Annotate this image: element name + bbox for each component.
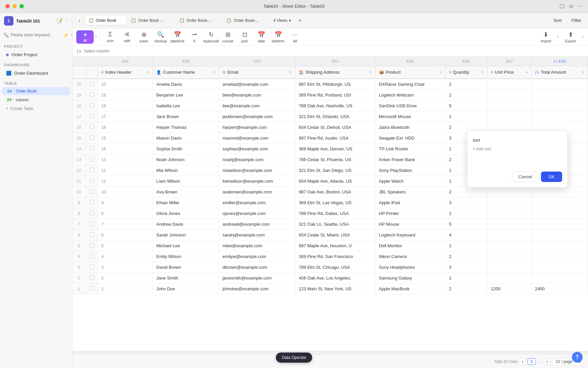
tab-order-book-2[interactable]: 📋 Order Book -... ⋯ bbox=[127, 16, 174, 25]
index-cell[interactable]: 11 bbox=[98, 176, 153, 187]
product-cell[interactable]: HP Mouse bbox=[375, 219, 446, 230]
row-checkbox-cell[interactable] bbox=[86, 187, 98, 197]
product-cell[interactable]: SanDisk USB Drive bbox=[375, 101, 446, 111]
email-cell[interactable]: masond@example.com bbox=[219, 133, 295, 144]
address-cell[interactable]: 789 Elm St, Chicago, USA bbox=[295, 262, 375, 273]
row-checkbox-cell[interactable] bbox=[86, 197, 98, 208]
row-checkbox-cell[interactable] bbox=[86, 262, 98, 273]
customer-cell[interactable]: Emily Wilson bbox=[153, 251, 219, 262]
address-cell[interactable]: 789 Oak Ave, Nashville, US bbox=[295, 101, 375, 111]
row-checkbox-cell[interactable] bbox=[86, 284, 98, 294]
import-dropdown-icon[interactable]: ▾ bbox=[557, 35, 559, 39]
customer-cell[interactable]: Amelia Davis bbox=[153, 79, 219, 90]
row-checkbox-cell[interactable] bbox=[86, 79, 98, 90]
index-cell[interactable]: 4 bbox=[98, 251, 153, 262]
product-cell[interactable]: Sony PlayStation bbox=[375, 165, 446, 176]
sidebar-search-bar[interactable]: 🔍 ⚡ + bbox=[0, 29, 72, 41]
product-cell[interactable]: Apple iPad bbox=[375, 197, 446, 208]
email-cell[interactable]: emiller@example.com bbox=[219, 197, 295, 208]
customer-cell[interactable]: Olivia Jones bbox=[153, 208, 219, 219]
total-cell[interactable] bbox=[531, 208, 588, 219]
formula-input[interactable] bbox=[84, 49, 584, 53]
checkbox-icon[interactable] bbox=[89, 211, 94, 215]
sheet-table-container[interactable]: ES1 ES2 ES3 ES4 ES5 ES6 ES7 ƒxES8 bbox=[72, 57, 588, 351]
checkbox-icon[interactable] bbox=[89, 135, 94, 140]
index-cell[interactable]: 2 bbox=[98, 273, 153, 284]
product-cell[interactable]: Apple MacBook bbox=[375, 284, 446, 294]
quantity-cell[interactable]: 1 bbox=[446, 111, 488, 122]
address-cell[interactable]: 321 Elm St, Orlando, USA bbox=[295, 111, 375, 122]
customer-cell[interactable]: Jane Smith bbox=[153, 273, 219, 284]
minimize-btn[interactable] bbox=[12, 4, 17, 8]
date-button[interactable]: 📅 date bbox=[253, 30, 269, 44]
replaceall-button[interactable]: ↻ replaceall bbox=[203, 30, 219, 44]
quantity-sort-icon[interactable]: ⇅ bbox=[481, 70, 484, 74]
index-cell[interactable]: 19 bbox=[98, 90, 153, 101]
email-cell[interactable]: andrewd@example.com bbox=[219, 219, 295, 230]
email-cell[interactable]: ilee@example.com bbox=[219, 101, 295, 111]
customer-cell[interactable]: Liam Wilson bbox=[153, 176, 219, 187]
index-cell[interactable]: 5 bbox=[98, 241, 153, 251]
col-index[interactable]: # Index Header ⇅ bbox=[98, 66, 153, 79]
index-cell[interactable]: 9 bbox=[98, 197, 153, 208]
total-cell[interactable] bbox=[531, 101, 588, 111]
checkbox-icon[interactable] bbox=[89, 168, 94, 172]
email-cell[interactable]: ojones@example.com bbox=[219, 208, 295, 219]
page-next-button[interactable]: › bbox=[544, 358, 550, 365]
unitprice-cell[interactable] bbox=[487, 273, 531, 284]
index-cell[interactable]: 18 bbox=[98, 101, 153, 111]
email-cell[interactable]: emilyw@example.com bbox=[219, 251, 295, 262]
address-cell[interactable]: 987 Elm St, Pittsburgh, US bbox=[295, 79, 375, 90]
email-cell[interactable]: mlee@example.com bbox=[219, 241, 295, 251]
if-button[interactable]: ⇀ if bbox=[186, 30, 202, 44]
index-cell[interactable]: 15 bbox=[98, 133, 153, 144]
total-cell[interactable] bbox=[531, 111, 588, 122]
total-cell[interactable] bbox=[531, 219, 588, 230]
checkbox-icon[interactable] bbox=[89, 254, 94, 258]
customer-cell[interactable]: Ava Brown bbox=[153, 187, 219, 197]
total-cell[interactable] bbox=[531, 273, 588, 284]
create-table-button[interactable]: + Create Table bbox=[2, 105, 70, 113]
quantity-cell[interactable]: 2 bbox=[446, 251, 488, 262]
unitprice-cell[interactable] bbox=[487, 262, 531, 273]
checkbox-icon[interactable] bbox=[89, 264, 94, 269]
row-checkbox-cell[interactable] bbox=[86, 90, 98, 101]
index-cell[interactable]: 14 bbox=[98, 144, 153, 154]
checkbox-icon[interactable] bbox=[89, 124, 94, 129]
quantity-cell[interactable]: 2 bbox=[446, 187, 488, 197]
product-cell[interactable]: Nikon Camera bbox=[375, 251, 446, 262]
col-customer[interactable]: 👤 Customer Name ⇅ bbox=[153, 66, 219, 79]
email-sort-icon[interactable]: ⇅ bbox=[289, 70, 292, 74]
product-cell[interactable]: Dell Monitor bbox=[375, 241, 446, 251]
sidebar-item-order-book[interactable]: ES Order Book bbox=[2, 87, 70, 95]
tab-menu-icon-3[interactable]: ⋯ bbox=[262, 18, 265, 23]
help-button[interactable]: ? bbox=[572, 352, 583, 363]
all-button[interactable]: ⋯ All bbox=[287, 30, 303, 44]
product-cell[interactable]: Sony Headphones bbox=[375, 262, 446, 273]
total-cell[interactable] bbox=[531, 187, 588, 197]
address-cell[interactable]: 987 Maple Ave, Houston, U bbox=[295, 241, 375, 251]
address-cell[interactable]: 789 Pine Rd, Dallas, USA bbox=[295, 208, 375, 219]
address-cell[interactable]: 369 Pine Rd, Portland, US/ bbox=[295, 90, 375, 101]
sidebar-item-dashboard[interactable]: 🟦 Order-Dashboard bbox=[2, 69, 70, 78]
row-checkbox-cell[interactable] bbox=[86, 208, 98, 219]
row-checkbox-cell[interactable] bbox=[86, 165, 98, 176]
row-checkbox-cell[interactable] bbox=[86, 251, 98, 262]
tab-order-book-3[interactable]: 📋 Order Book-... ⋯ bbox=[176, 16, 221, 25]
concat-button[interactable]: ⊞ concat bbox=[220, 30, 236, 44]
email-cell[interactable]: jackbrown@example.com bbox=[219, 111, 295, 122]
row-checkbox-cell[interactable] bbox=[86, 122, 98, 133]
address-cell[interactable]: 654 Maple Ave, Atlanta, US bbox=[295, 176, 375, 187]
address-cell[interactable]: 369 Elm St, Las Vegas, US bbox=[295, 197, 375, 208]
total-cell[interactable] bbox=[531, 251, 588, 262]
page-current[interactable]: 1 bbox=[528, 358, 536, 365]
row-checkbox-cell[interactable] bbox=[86, 101, 98, 111]
unitprice-cell[interactable] bbox=[487, 219, 531, 230]
address-cell[interactable]: 123 Main St, New York, US bbox=[295, 284, 375, 294]
row-checkbox-cell[interactable] bbox=[86, 111, 98, 122]
add-tab-button[interactable]: + bbox=[296, 16, 304, 25]
col-product[interactable]: 📦 Product ⇅ bbox=[375, 66, 446, 79]
split-button[interactable]: ⫷ split bbox=[119, 30, 135, 44]
tab-order-book[interactable]: 📋 Order Book ⋯ bbox=[85, 16, 126, 25]
quantity-cell[interactable]: 3 bbox=[446, 262, 488, 273]
